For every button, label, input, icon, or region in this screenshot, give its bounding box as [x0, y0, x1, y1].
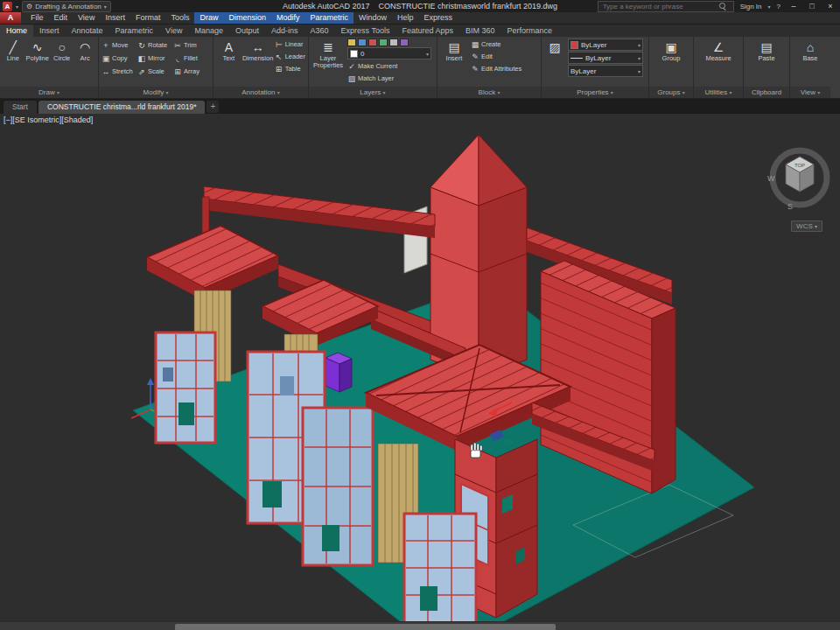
layer-tool-icon[interactable] [347, 38, 356, 46]
arc-button[interactable]: ◠ Arc [74, 38, 95, 62]
trim-button[interactable]: ✂Trim [173, 39, 209, 51]
table-button[interactable]: ⊞Table [275, 63, 305, 74]
layer-tool-icon[interactable] [400, 38, 409, 46]
tab-parametric[interactable]: Parametric [109, 24, 160, 37]
match-layer-button[interactable]: ▨ Match Layer [347, 73, 431, 84]
scale-button[interactable]: ⇗Scale [137, 66, 173, 77]
panel-label-block[interactable]: Block ▾ [438, 87, 541, 98]
fillet-button[interactable]: ◟Fillet [173, 52, 209, 64]
search-input[interactable] [601, 2, 717, 11]
workspace-switcher[interactable]: ⚙ Drafting & Annotation ▾ [22, 1, 111, 12]
new-drawing-tab-button[interactable]: + [206, 101, 219, 113]
tab-featured-apps[interactable]: Featured Apps [396, 24, 459, 37]
object-color-select[interactable]: ByLayer ▾ [568, 38, 643, 51]
group-button[interactable]: ▣ Group [657, 38, 685, 62]
mirror-button[interactable]: ◧Mirror [137, 52, 173, 64]
autocad-logo-icon[interactable]: A [3, 2, 12, 11]
paste-button[interactable]: ▤ Paste [752, 38, 780, 62]
menu-parametric[interactable]: Parametric [305, 12, 354, 24]
dimension-button[interactable]: ↔ Dimension [244, 38, 272, 62]
menu-dimension[interactable]: Dimension [223, 12, 271, 24]
copy-button[interactable]: ▣Copy [102, 52, 137, 64]
circle-button[interactable]: ○ Circle [52, 38, 73, 62]
scrollbar-thumb[interactable] [175, 624, 556, 630]
viewport-menu-control[interactable]: [−] [4, 116, 12, 124]
menu-file[interactable]: File [25, 12, 49, 24]
line-button[interactable]: ╱ Line [3, 38, 24, 62]
tab-bim-360[interactable]: BIM 360 [459, 24, 501, 37]
visual-style-control[interactable]: [Shaded] [61, 116, 93, 124]
match-properties-button[interactable]: ▨ [544, 38, 565, 55]
lineweight-select[interactable]: ByLayer ▾ [568, 65, 643, 77]
base-button[interactable]: ⌂ Base [796, 38, 824, 62]
tab-current-drawing[interactable]: CONSTRUCTIE christma...rld frankfurt 201… [38, 101, 206, 114]
help-icon[interactable]: ? [775, 3, 782, 10]
tab-add-ins[interactable]: Add-ins [265, 24, 304, 37]
search-icon[interactable] [719, 3, 727, 10]
viewcube[interactable]: W S TOP [765, 138, 835, 219]
edit-attributes-button[interactable]: ✎Edit Attributes [471, 63, 522, 74]
restore-button[interactable]: □ [805, 2, 819, 10]
layer-tool-icon[interactable] [358, 38, 367, 46]
edit-block-button[interactable]: ✎Edit [471, 51, 522, 62]
move-button[interactable]: +Move [102, 39, 137, 51]
text-button[interactable]: A Text [216, 38, 242, 62]
insert-block-button[interactable]: ▤ Insert [440, 38, 468, 62]
linetype-select[interactable]: ByLayer ▾ [568, 52, 643, 64]
tab-insert[interactable]: Insert [33, 24, 66, 37]
linear-button[interactable]: ⊢Linear [275, 38, 305, 50]
polyline-button[interactable]: ∿ Polyline [26, 38, 49, 62]
measure-button[interactable]: ∠ Measure [704, 38, 732, 62]
horizontal-scrollbar[interactable] [0, 621, 840, 630]
layer-tool-icon[interactable] [389, 38, 398, 46]
model-viewport[interactable]: [−][SE Isometric][Shaded] [0, 114, 840, 621]
tab-annotate[interactable]: Annotate [66, 24, 109, 37]
panel-label-clipboard[interactable]: Clipboard [744, 87, 789, 98]
panel-label-draw[interactable]: Draw ▾ [0, 87, 98, 98]
menu-insert[interactable]: Insert [100, 12, 130, 24]
menu-window[interactable]: Window [354, 12, 392, 24]
menu-draw[interactable]: Draw [194, 12, 223, 24]
menu-edit[interactable]: Edit [49, 12, 74, 24]
stretch-button[interactable]: ↔Stretch [102, 66, 137, 77]
tab-home[interactable]: Home [0, 24, 33, 37]
leader-button[interactable]: ↖Leader [275, 51, 305, 62]
rotate-button[interactable]: ↻Rotate [137, 39, 173, 51]
panel-label-properties[interactable]: Properties ▾ [542, 87, 648, 98]
layer-select[interactable]: 0 ▾ [347, 47, 431, 60]
make-current-button[interactable]: ✓ Make Current [347, 60, 431, 72]
close-button[interactable]: × [823, 2, 837, 10]
application-menu-button[interactable]: A [0, 12, 21, 24]
layer-tool-icon[interactable] [368, 38, 377, 46]
panel-label-annotation[interactable]: Annotation ▾ [214, 87, 308, 98]
tab-performance[interactable]: Performance [500, 24, 558, 37]
create-block-button[interactable]: ▦Create [471, 38, 522, 50]
panel-label-groups[interactable]: Groups ▾ [649, 87, 693, 98]
menu-format[interactable]: Format [130, 12, 166, 24]
view-control[interactable]: [SE Isometric] [12, 116, 61, 124]
sign-in-button[interactable]: Sign In [738, 3, 764, 10]
tab-express-tools[interactable]: Express Tools [335, 24, 396, 37]
layer-properties-button[interactable]: ≣ Layer Properties [312, 38, 345, 69]
chevron-down-icon[interactable]: ▾ [768, 4, 771, 10]
menu-tools[interactable]: Tools [165, 12, 194, 24]
tab-view[interactable]: View [159, 24, 188, 37]
panel-label-utilities[interactable]: Utilities ▾ [694, 87, 743, 98]
search-box[interactable] [598, 1, 734, 12]
panel-label-layers[interactable]: Layers ▾ [309, 87, 437, 98]
tab-output[interactable]: Output [229, 24, 265, 37]
layer-tool-icon[interactable] [379, 38, 388, 46]
menu-view[interactable]: View [73, 12, 100, 24]
chevron-down-icon[interactable]: ▾ [16, 4, 18, 10]
menu-express[interactable]: Express [419, 12, 458, 24]
panel-label-view[interactable]: View ▾ [790, 87, 830, 98]
tab-start[interactable]: Start [4, 101, 37, 114]
panel-label-modify[interactable]: Modify ▾ [99, 87, 213, 98]
menu-modify[interactable]: Modify [271, 12, 305, 24]
tab-manage[interactable]: Manage [188, 24, 229, 37]
wcs-selector[interactable]: WCS ▾ [791, 220, 822, 232]
tab-a360[interactable]: A360 [304, 24, 335, 37]
menu-help[interactable]: Help [392, 12, 419, 24]
minimize-button[interactable]: – [787, 2, 801, 10]
model-canvas[interactable]: Z [0, 114, 840, 621]
